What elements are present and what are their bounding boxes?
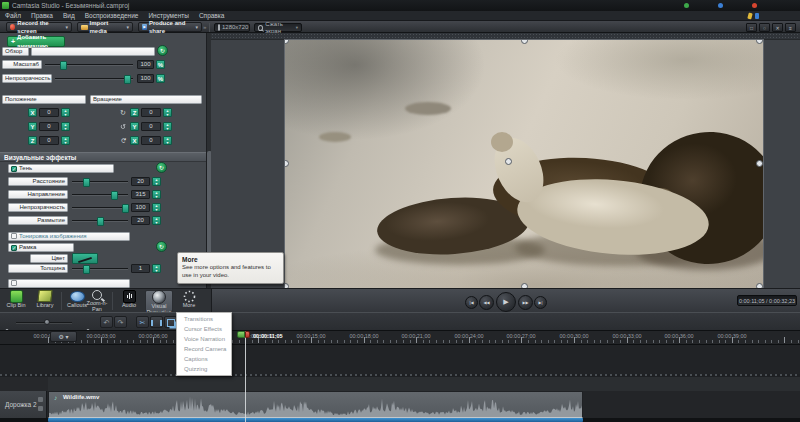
blur-slider[interactable]	[72, 216, 128, 225]
preview-field[interactable]	[31, 47, 155, 56]
distance-value[interactable]: 20	[131, 177, 150, 186]
rotation-y-stepper[interactable]	[163, 122, 172, 131]
opacity-value[interactable]: 100	[137, 74, 154, 83]
direction-stepper[interactable]	[152, 190, 161, 199]
panel-button-4[interactable]: ≡	[785, 23, 796, 32]
timeline-options-button[interactable]: ⚙ ▾	[50, 331, 77, 342]
menu-item-transitions[interactable]: Transitions	[177, 314, 231, 324]
maximize-button[interactable]	[718, 3, 723, 8]
produce-share-button[interactable]: ▶ Produce and share	[138, 22, 202, 32]
thickness-value[interactable]: 1	[131, 264, 150, 273]
reset-shadow-button[interactable]	[156, 162, 167, 173]
record-screen-button[interactable]: Record the screen	[6, 22, 72, 32]
split-button[interactable]	[150, 316, 163, 328]
timeline-zoom-thumb[interactable]	[44, 319, 50, 325]
reset-animation-button[interactable]	[157, 45, 168, 56]
menu-item-cursor-effects[interactable]: Cursor Effects	[177, 324, 231, 334]
thickness-stepper[interactable]	[152, 264, 161, 273]
shadow-opacity-slider[interactable]	[72, 203, 128, 212]
video-canvas[interactable]	[285, 40, 763, 290]
playhead-line[interactable]	[245, 331, 246, 422]
border-color-swatch[interactable]	[72, 253, 98, 264]
import-media-button[interactable]: Import media	[77, 22, 133, 32]
tab-zoom-n-pan[interactable]: Zoom-n-Pan	[84, 290, 110, 312]
resize-handle[interactable]	[756, 160, 763, 167]
distance-stepper[interactable]	[152, 177, 161, 186]
reset-border-button[interactable]	[156, 241, 167, 252]
center-handle[interactable]	[505, 158, 512, 165]
lock-icon[interactable]	[38, 397, 43, 402]
thickness-slider[interactable]	[72, 264, 128, 273]
menu-item-captions[interactable]: Captions	[177, 354, 231, 364]
position-y-stepper[interactable]	[61, 122, 70, 131]
colorize-checkbox-row[interactable]: Тонировка изображения	[8, 232, 130, 241]
fast-forward-button[interactable]	[518, 295, 533, 310]
clipped-checkbox-row[interactable]	[8, 279, 130, 288]
menu-play[interactable]: Воспроизведение	[85, 12, 139, 19]
minimize-button[interactable]	[684, 3, 689, 8]
rotation-x-stepper[interactable]	[163, 136, 172, 145]
timeline-clip[interactable]: Wildlife.wmv	[48, 391, 583, 418]
rotation-y-field[interactable]: 0	[141, 122, 161, 131]
menu-view[interactable]: Вид	[63, 12, 75, 19]
tab-library[interactable]: Library	[31, 290, 59, 312]
tab-visual-properties[interactable]: Visual Properties	[145, 290, 173, 312]
tab-audio[interactable]: Audio	[116, 290, 142, 312]
track-header[interactable]: Дорожка 2	[0, 391, 47, 418]
shadow-checkbox-row[interactable]: Тень	[8, 164, 114, 173]
empty-track-lane[interactable]	[0, 377, 800, 391]
add-animation-button[interactable]: + Добавить анимацию	[7, 36, 65, 47]
menu-item-quizzing[interactable]: Quizzing	[177, 364, 231, 374]
rotation-z-field[interactable]: 0	[141, 108, 161, 117]
rewind-button[interactable]	[479, 295, 494, 310]
direction-slider[interactable]	[72, 190, 128, 199]
scale-slider[interactable]	[45, 60, 133, 69]
close-button[interactable]	[752, 3, 757, 8]
editing-dimensions-button[interactable]: 1280x720	[214, 23, 250, 32]
previous-frame-button[interactable]	[465, 296, 478, 309]
playhead-in-handle[interactable]	[237, 331, 245, 338]
menu-item-voice-narration[interactable]: Voice Narration	[177, 334, 231, 344]
blur-stepper[interactable]	[152, 216, 161, 225]
rotation-x-field[interactable]: 0	[141, 136, 161, 145]
next-frame-button[interactable]	[534, 296, 547, 309]
position-x-field[interactable]: 0	[39, 108, 59, 117]
panel-button-3[interactable]: ✕	[772, 23, 783, 32]
distance-slider[interactable]	[72, 177, 128, 186]
visibility-icon[interactable]	[38, 406, 43, 411]
resize-handle[interactable]	[521, 40, 528, 44]
playhead-out-handle[interactable]	[245, 331, 250, 338]
hscrollbar-thumb[interactable]	[48, 418, 583, 422]
toolbar-overflow-icon[interactable]: »	[203, 24, 206, 30]
timeline-ruler[interactable]: 00:00:00;00 00:00:03;00 00:00:06;00 00:0…	[0, 330, 800, 345]
undo-button[interactable]	[100, 316, 113, 328]
position-z-stepper[interactable]	[61, 136, 70, 145]
menu-file[interactable]: Файл	[5, 12, 21, 19]
redo-button[interactable]	[114, 316, 127, 328]
panel-button-1[interactable]: □	[746, 23, 757, 32]
position-y-field[interactable]: 0	[39, 122, 59, 131]
tab-clip-bin[interactable]: Clip Bin	[2, 290, 30, 312]
opacity-slider[interactable]	[55, 74, 133, 83]
cut-button[interactable]	[136, 316, 149, 328]
panel-button-2[interactable]: ○	[759, 23, 770, 32]
resize-handle[interactable]	[285, 160, 289, 167]
border-checkbox-row[interactable]: Рамка	[8, 243, 74, 252]
timeline-hscrollbar[interactable]	[0, 418, 800, 422]
menu-help[interactable]: Справка	[199, 12, 225, 19]
menu-edit[interactable]: Правка	[31, 12, 53, 19]
blur-value[interactable]: 20	[131, 216, 150, 225]
position-x-stepper[interactable]	[61, 108, 70, 117]
menu-tools[interactable]: Инструменты	[148, 12, 189, 19]
rotation-z-stepper[interactable]	[163, 108, 172, 117]
play-button[interactable]	[496, 292, 516, 312]
empty-timeline-area	[0, 345, 800, 374]
tab-more[interactable]: More	[176, 290, 202, 312]
menu-item-record-camera[interactable]: Record Camera	[177, 344, 231, 354]
shadow-opacity-stepper[interactable]	[152, 203, 161, 212]
scale-value[interactable]: 100	[137, 60, 154, 69]
position-z-field[interactable]: 0	[39, 136, 59, 145]
direction-value[interactable]: 315	[131, 190, 150, 199]
shadow-opacity-value[interactable]: 100	[131, 203, 150, 212]
shrink-to-fit-dropdown[interactable]: Сжать экран ▾	[254, 23, 302, 32]
